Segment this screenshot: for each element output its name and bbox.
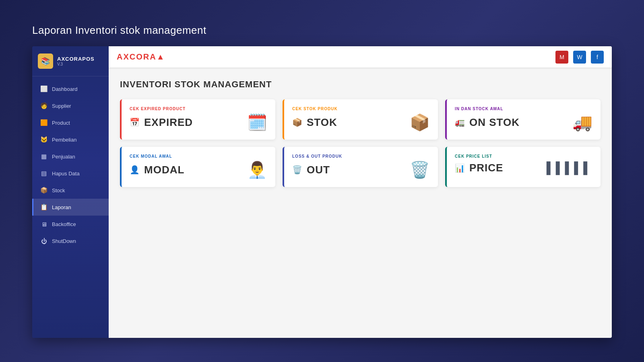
sidebar-icon-product: 🟧 <box>40 119 48 127</box>
topbar-icons: M W f <box>555 51 604 64</box>
sidebar-item-pembelian[interactable]: 🐱Pembelian <box>32 131 109 148</box>
logo-text-block: AXCORAPOS V.3 <box>57 56 95 67</box>
card-main-onstok: 🚛ON STOK🚚 <box>455 114 592 130</box>
sidebar-label-laporan: Laporan <box>52 204 71 210</box>
card-label-stok: 📦STOK <box>292 116 337 129</box>
sidebar-label-supplier: Supplier <box>52 103 71 109</box>
card-label-out: 🗑️OUT <box>292 164 330 176</box>
sidebar-label-backoffice: Backoffice <box>52 221 76 227</box>
card-label-onstok: 🚛ON STOK <box>455 116 520 129</box>
facebook-icon-button[interactable]: f <box>591 51 604 64</box>
gmail-icon-button[interactable]: M <box>555 51 568 64</box>
card-main-modal: 👤MODAL👨‍💼 <box>130 162 267 178</box>
sidebar-icon-pembelian: 🐱 <box>40 136 48 144</box>
sidebar-icon-penjualan: ▦ <box>40 152 48 160</box>
sidebar-item-backoffice[interactable]: 🖥Backoffice <box>32 216 109 232</box>
sidebar-item-dashboard[interactable]: ⬜Dashboard <box>32 80 109 97</box>
card-image-out: 🗑️ <box>410 162 430 178</box>
card-label-icon-price: 📊 <box>455 163 465 173</box>
card-label-text-expired: EXPIRED <box>144 116 193 129</box>
sidebar-label-penjualan: Penjualan <box>52 154 75 160</box>
sidebar-item-stock[interactable]: 📦Stock <box>32 182 109 199</box>
card-image-expired: 🗓️ <box>247 114 267 130</box>
card-label-icon-out: 🗑️ <box>292 165 303 175</box>
card-main-expired: 📅EXPIRED🗓️ <box>130 114 267 130</box>
sidebar-item-supplier[interactable]: 🧑Supplier <box>32 97 109 114</box>
sidebar-icon-laporan: 📋 <box>40 203 48 211</box>
main-content: AXCORA▲ M W f INVENTORI STOK MANAGEMENT … <box>109 46 612 338</box>
brand-suffix: ▲ <box>157 52 165 61</box>
card-main-out: 🗑️OUT🗑️ <box>292 162 430 178</box>
card-out[interactable]: LOSS & OUT PRODUK🗑️OUT🗑️ <box>283 147 438 187</box>
app-container: 📚 AXCORAPOS V.3 ⬜Dashboard🧑Supplier🟧Prod… <box>32 46 612 338</box>
sidebar-icon-backoffice: 🖥 <box>40 220 48 228</box>
sidebar-label-pembelian: Pembelian <box>52 137 76 143</box>
card-subtitle-stok: CEK STOK PRODUK <box>292 107 430 111</box>
card-image-price: ▌▌▌▌▌ <box>547 162 592 174</box>
sidebar-icon-supplier: 🧑 <box>40 102 48 110</box>
card-subtitle-out: LOSS & OUT PRODUK <box>292 154 430 158</box>
sidebar-item-penjualan[interactable]: ▦Penjualan <box>32 148 109 165</box>
card-label-text-out: OUT <box>307 164 330 176</box>
card-main-stok: 📦STOK📦 <box>292 114 430 130</box>
sidebar-label-product: Product <box>52 120 70 126</box>
sidebar-item-hapusdata[interactable]: ▤Hapus Data <box>32 165 109 182</box>
topbar-brand: AXCORA▲ <box>117 52 165 62</box>
sidebar-item-laporan[interactable]: 📋Laporan <box>32 199 109 216</box>
card-label-icon-stok: 📦 <box>292 117 303 127</box>
logo-name: AXCORAPOS <box>57 56 95 62</box>
card-label-text-modal: MODAL <box>144 164 184 176</box>
sidebar-icon-shutdown: ⏻ <box>40 237 48 245</box>
sidebar-item-shutdown[interactable]: ⏻ShutDown <box>32 232 109 249</box>
sidebar-logo: 📚 AXCORAPOS V.3 <box>32 46 109 76</box>
card-label-price: 📊PRICE <box>455 162 503 174</box>
card-image-onstok: 🚚 <box>572 114 592 130</box>
card-expired[interactable]: CEK EXPIRED PRODUCT📅EXPIRED🗓️ <box>120 99 275 140</box>
card-label-icon-onstok: 🚛 <box>455 117 465 127</box>
card-subtitle-onstok: IN DAN STOCK AWAL <box>455 107 592 111</box>
sidebar: 📚 AXCORAPOS V.3 ⬜Dashboard🧑Supplier🟧Prod… <box>32 46 109 338</box>
card-subtitle-expired: CEK EXPIRED PRODUCT <box>130 107 267 111</box>
sidebar-label-hapusdata: Hapus Data <box>52 171 80 177</box>
card-label-icon-modal: 👤 <box>130 165 140 175</box>
content-heading: INVENTORI STOK MANAGEMENT <box>120 79 601 90</box>
card-modal[interactable]: CEK MODAL AWAL👤MODAL👨‍💼 <box>120 147 275 187</box>
card-label-icon-expired: 📅 <box>130 117 140 127</box>
card-main-price: 📊PRICE▌▌▌▌▌ <box>455 162 592 174</box>
outer-wrapper: Laporan Inventori stok management 📚 AXCO… <box>16 16 628 346</box>
card-onstok[interactable]: IN DAN STOCK AWAL🚛ON STOK🚚 <box>445 99 601 140</box>
sidebar-icon-stock: 📦 <box>40 186 48 194</box>
content-area: INVENTORI STOK MANAGEMENT CEK EXPIRED PR… <box>109 68 612 338</box>
sidebar-item-product[interactable]: 🟧Product <box>32 114 109 131</box>
sidebar-icon-dashboard: ⬜ <box>40 85 48 93</box>
card-label-expired: 📅EXPIRED <box>130 116 193 129</box>
sidebar-label-dashboard: Dashboard <box>52 86 78 92</box>
card-stok[interactable]: CEK STOK PRODUK📦STOK📦 <box>283 99 438 140</box>
logo-version: V.3 <box>57 62 95 66</box>
sidebar-label-stock: Stock <box>52 187 65 193</box>
brand-name: AXCORA <box>117 52 157 61</box>
card-subtitle-price: CEK PRICE LIST <box>455 154 592 158</box>
topbar: AXCORA▲ M W f <box>109 46 612 68</box>
card-subtitle-modal: CEK MODAL AWAL <box>130 154 267 158</box>
cards-grid: CEK EXPIRED PRODUCT📅EXPIRED🗓️CEK STOK PR… <box>120 99 601 187</box>
wordpress-icon-button[interactable]: W <box>573 51 586 64</box>
logo-icon-symbol: 📚 <box>41 57 50 66</box>
card-image-modal: 👨‍💼 <box>247 162 267 178</box>
card-label-text-stok: STOK <box>307 116 337 129</box>
logo-icon: 📚 <box>38 53 53 69</box>
sidebar-label-shutdown: ShutDown <box>52 238 76 244</box>
card-price[interactable]: CEK PRICE LIST📊PRICE▌▌▌▌▌ <box>445 147 601 187</box>
sidebar-icon-hapusdata: ▤ <box>40 169 48 177</box>
card-label-text-onstok: ON STOK <box>469 116 520 129</box>
card-label-text-price: PRICE <box>469 162 503 174</box>
page-title: Laporan Inventori stok management <box>32 24 612 37</box>
sidebar-nav: ⬜Dashboard🧑Supplier🟧Product🐱Pembelian▦Pe… <box>32 76 109 338</box>
card-image-stok: 📦 <box>410 114 430 130</box>
card-label-modal: 👤MODAL <box>130 164 184 176</box>
